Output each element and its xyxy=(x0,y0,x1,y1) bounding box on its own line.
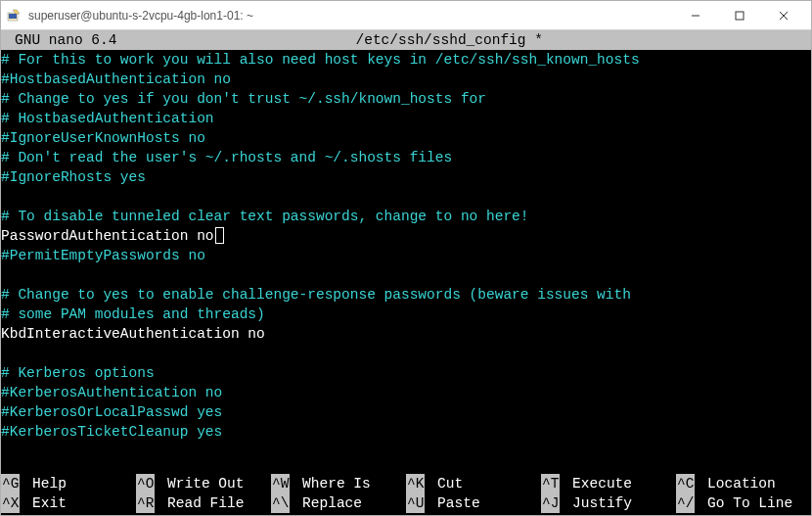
shortcut-key: ^G xyxy=(1,474,20,493)
shortcut-key: ^J xyxy=(541,493,560,513)
nano-shortcut-bar: ^G Help^O Write Out^W Where Is^K Cut^T E… xyxy=(1,474,811,515)
shortcut-key: ^R xyxy=(136,493,155,513)
window-title: superuser@ubuntu-s-2vcpu-4gb-lon1-01: ~ xyxy=(28,9,673,23)
putty-icon xyxy=(7,8,23,23)
shortcut-key: ^X xyxy=(1,493,20,513)
maximize-button[interactable] xyxy=(717,2,761,29)
shortcut-label: Replace xyxy=(293,493,362,513)
editor-line[interactable]: KbdInteractiveAuthentication no xyxy=(1,324,811,344)
editor-line[interactable]: # Change to yes if you don't trust ~/.ss… xyxy=(1,89,811,109)
editor-line[interactable]: #KerberosOrLocalPasswd yes xyxy=(1,402,811,422)
shortcut-item: ^W Where Is xyxy=(271,474,406,493)
editor-line[interactable]: # For this to work you will also need ho… xyxy=(1,50,811,70)
svg-rect-3 xyxy=(736,12,744,20)
nano-header: GNU nano 6.4 /etc/ssh/sshd_config * xyxy=(1,30,811,50)
shortcut-key: ^C xyxy=(676,474,695,493)
shortcut-key: ^U xyxy=(406,493,425,513)
shortcut-item: ^U Paste xyxy=(406,493,541,513)
editor-line[interactable]: #HostbasedAuthentication no xyxy=(1,70,811,89)
nano-file-name: /etc/ssh/sshd_config * xyxy=(116,30,782,50)
editor-line[interactable]: # To disable tunneled clear text passwor… xyxy=(1,207,811,226)
shortcut-item: ^T Execute xyxy=(541,474,676,493)
close-button[interactable] xyxy=(761,2,805,29)
editor-content[interactable]: # For this to work you will also need ho… xyxy=(1,50,811,474)
terminal-area[interactable]: GNU nano 6.4 /etc/ssh/sshd_config * # Fo… xyxy=(1,30,811,515)
shortcut-label: Cut xyxy=(429,474,463,493)
shortcut-item: ^K Cut xyxy=(406,474,541,493)
window-titlebar[interactable]: superuser@ubuntu-s-2vcpu-4gb-lon1-01: ~ xyxy=(1,1,811,30)
shortcut-item: ^J Justify xyxy=(541,493,676,513)
editor-line[interactable] xyxy=(1,265,811,285)
shortcut-label: Help xyxy=(23,474,67,493)
shortcut-label: Go To Line xyxy=(699,493,792,513)
shortcut-label: Justify xyxy=(564,493,632,513)
editor-line[interactable]: # HostbasedAuthentication xyxy=(1,109,811,128)
editor-line[interactable]: #IgnoreUserKnownHosts no xyxy=(1,128,811,148)
editor-line[interactable]: PasswordAuthentication no xyxy=(1,226,811,246)
shortcut-item: ^O Write Out xyxy=(136,474,271,493)
editor-line[interactable]: # some PAM modules and threads) xyxy=(1,305,811,324)
shortcut-item: ^G Help xyxy=(1,474,136,493)
shortcut-item: ^R Read File xyxy=(136,493,271,513)
editor-line[interactable] xyxy=(1,344,811,363)
shortcut-item: ^/ Go To Line xyxy=(676,493,811,513)
shortcut-key: ^O xyxy=(136,474,155,493)
editor-line[interactable] xyxy=(1,187,811,207)
editor-line[interactable]: #KerberosAuthentication no xyxy=(1,383,811,402)
editor-line[interactable]: # Don't read the user's ~/.rhosts and ~/… xyxy=(1,148,811,167)
shortcut-item: ^C Location xyxy=(676,474,811,493)
shortcut-key: ^\ xyxy=(271,493,290,513)
shortcut-label: Paste xyxy=(429,493,479,513)
shortcut-key: ^/ xyxy=(676,493,695,513)
editor-line[interactable]: #KerberosTicketCleanup yes xyxy=(1,422,811,442)
shortcut-label: Read File xyxy=(158,493,244,513)
editor-line[interactable]: # Kerberos options xyxy=(1,363,811,383)
shortcut-item: ^X Exit xyxy=(1,493,136,513)
putty-window: superuser@ubuntu-s-2vcpu-4gb-lon1-01: ~ … xyxy=(0,0,812,516)
minimize-button[interactable] xyxy=(673,2,717,29)
editor-line[interactable]: #PermitEmptyPasswords no xyxy=(1,246,811,265)
nano-app-name: GNU nano 6.4 xyxy=(1,30,116,50)
shortcut-key: ^W xyxy=(271,474,290,493)
shortcut-label: Write Out xyxy=(158,474,244,493)
shortcut-label: Where Is xyxy=(293,474,370,493)
svg-rect-1 xyxy=(9,14,17,19)
shortcut-key: ^T xyxy=(541,474,560,493)
shortcut-label: Execute xyxy=(564,474,632,493)
editor-line[interactable]: # Change to yes to enable challenge-resp… xyxy=(1,285,811,305)
shortcut-label: Exit xyxy=(23,493,67,513)
shortcut-label: Location xyxy=(699,474,775,493)
shortcut-item: ^\ Replace xyxy=(271,493,406,513)
editor-line[interactable]: #IgnoreRhosts yes xyxy=(1,167,811,187)
window-controls xyxy=(673,2,805,29)
shortcut-key: ^K xyxy=(406,474,425,493)
text-cursor xyxy=(215,227,224,244)
